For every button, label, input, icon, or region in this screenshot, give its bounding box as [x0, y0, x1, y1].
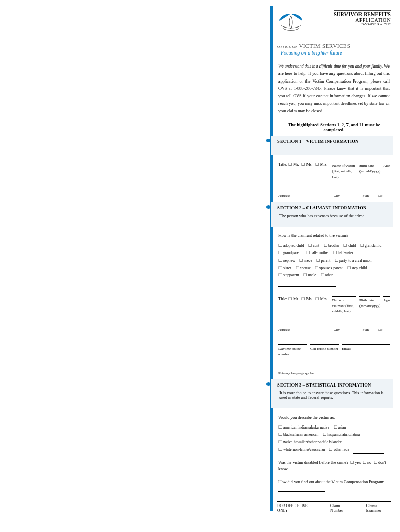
rel-half-sister[interactable]: ☐ half-sister: [333, 249, 353, 257]
rel-niece[interactable]: ☐ niece: [299, 257, 312, 264]
office-footer: FOR OFFICE USE ONLY: Claim Number Claims…: [277, 501, 391, 513]
race-question: Would you describe the victim as:: [278, 415, 390, 421]
race-hawaiian[interactable]: ☐ native hawaiian/other pacific islander: [278, 438, 342, 446]
race-black[interactable]: ☐ black/african american: [278, 431, 318, 438]
rel-brother[interactable]: ☐ brother: [324, 242, 340, 249]
required-sections-note: The highlighted Sections 1, 2, 7, and 11…: [277, 122, 391, 132]
race-white[interactable]: ☐ white non-latino/caucasian: [278, 446, 325, 454]
email-label: Email: [342, 346, 390, 352]
victim-title-ms[interactable]: ☐ Ms.: [301, 162, 312, 167]
victim-title-prefix: Title: ☐ Mr. ☐ Ms. ☐ Mrs.: [278, 162, 329, 180]
rel-adopted-child[interactable]: ☐ adopted child: [278, 242, 304, 249]
victim-address-label: Address: [278, 193, 330, 199]
rel-half-brother[interactable]: ☐ half-brother: [306, 249, 329, 257]
section-1-header: SECTION 1 – VICTIM INFORMATION: [271, 136, 393, 155]
footer-office-only: FOR OFFICE USE ONLY:: [277, 503, 316, 513]
victim-name-label: Name of victim (first, middle, last): [332, 163, 356, 180]
race-other[interactable]: ☐ other race: [329, 446, 349, 454]
claimant-title-prefix: Title: ☐ Mr. ☐ Ms. ☐ Mrs.: [278, 296, 329, 315]
victim-title-mrs[interactable]: ☐ Mrs.: [315, 162, 328, 167]
relationship-options: ☐ adopted child ☐ aunt ☐ brother ☐ child…: [278, 242, 390, 287]
race-options: ☐ american indian/alaska native ☐ asian …: [278, 424, 390, 454]
race-american-indian[interactable]: ☐ american indian/alaska native: [278, 424, 329, 431]
rel-grandchild[interactable]: ☐ grandchild: [360, 242, 381, 249]
victim-zip-label: Zip: [378, 193, 390, 199]
disabled-yes[interactable]: ☐ yes: [350, 460, 361, 465]
day-phone-label: Daytime phone number: [278, 346, 307, 357]
victim-birth-label: Birth date (mm/dd/yyyy): [359, 163, 380, 175]
section-2-header: SECTION 2 – CLAIMANT INFORMATION The per…: [271, 202, 393, 227]
rel-other-input[interactable]: [278, 286, 336, 287]
form-number: JD-VS-8SB Rev. 7/12: [334, 23, 391, 26]
application-title: APPLICATION: [334, 17, 391, 23]
race-other-input[interactable]: [353, 453, 384, 454]
claimant-birth-label: Birth date (mm/dd/yyyy): [359, 298, 380, 309]
race-hispanic[interactable]: ☐ hispanic/latino/latina: [323, 431, 360, 438]
rel-grandparent[interactable]: ☐ grandparent: [278, 249, 302, 257]
claimant-zip-label: Zip: [378, 327, 390, 333]
section-1-title: SECTION 1 – VICTIM INFORMATION: [277, 139, 390, 144]
claimant-address-label: Address: [278, 327, 330, 333]
disabled-no[interactable]: ☐ no: [363, 460, 371, 465]
intro-paragraph: We understand this is a difficult time f…: [278, 63, 390, 115]
rel-sister[interactable]: ☐ sister: [278, 264, 291, 272]
left-accent-bar: [270, 6, 273, 511]
rel-parent[interactable]: ☐ parent: [316, 257, 331, 264]
rel-step-child[interactable]: ☐ step-child: [347, 264, 367, 272]
disabled-question: Was the victim disabled before the crime…: [278, 460, 390, 473]
section-2-note: The person who has expenses because of t…: [279, 214, 390, 218]
victim-city-label: City: [334, 193, 359, 199]
claimant-age-label: Age: [383, 298, 390, 303]
claimant-name-label: Name of claimant (first, middle, last): [332, 298, 356, 315]
relationship-question: How is the claimant related to the victi…: [278, 233, 390, 239]
rel-nephew[interactable]: ☐ nephew: [278, 257, 295, 264]
victim-age-label: Age: [383, 163, 390, 169]
section-3-title: SECTION 3 – STATISTICAL INFORMATION: [277, 382, 390, 388]
rel-other[interactable]: ☐ other: [321, 272, 333, 279]
claimant-state-label: State: [362, 327, 374, 333]
victim-state-label: State: [362, 193, 374, 199]
survivor-benefits-title: SURVIVOR BENEFITS: [334, 11, 391, 17]
rel-child[interactable]: ☐ child: [343, 242, 356, 249]
claimant-title-mrs[interactable]: ☐ Mrs.: [315, 297, 328, 301]
race-asian[interactable]: ☐ asian: [334, 424, 346, 431]
claimant-title-ms[interactable]: ☐ Ms.: [301, 297, 312, 301]
rel-civil-union[interactable]: ☐ party to a civil union: [335, 257, 371, 264]
findout-input[interactable]: [278, 491, 325, 492]
office-name: OFFICE OF VICTIM SERVICES: [277, 43, 391, 49]
rel-aunt[interactable]: ☐ aunt: [308, 242, 319, 249]
form-content: SURVIVOR BENEFITS APPLICATION JD-VS-8SB …: [271, 0, 393, 517]
tagline: Focusing on a brighter future: [281, 50, 391, 56]
cell-phone-label: Cell phone number: [310, 346, 339, 352]
rel-stepparent[interactable]: ☐ stepparent: [278, 272, 299, 279]
ovs-logo: [277, 9, 304, 33]
findout-question: How did you find out about the Victim Co…: [278, 479, 390, 492]
footer-claims-examiner: Claims Examiner: [366, 503, 391, 513]
section-2-title: SECTION 2 – CLAIMANT INFORMATION: [277, 205, 390, 210]
rel-spouse-parent[interactable]: ☐ spouse's parent: [315, 264, 343, 272]
section-3-note: It is your choice to answer these questi…: [279, 391, 390, 400]
claimant-city-label: City: [334, 327, 359, 333]
language-label: Primary language spoken: [278, 370, 328, 376]
victim-title-mr[interactable]: ☐ Mr.: [288, 162, 299, 167]
footer-claim-number: Claim Number: [330, 503, 352, 513]
rel-spouse[interactable]: ☐ spouse: [296, 264, 311, 272]
section-3-header: SECTION 3 – STATISTICAL INFORMATION It i…: [271, 379, 393, 408]
rel-uncle[interactable]: ☐ uncle: [303, 272, 316, 279]
claimant-title-mr[interactable]: ☐ Mr.: [288, 297, 299, 301]
